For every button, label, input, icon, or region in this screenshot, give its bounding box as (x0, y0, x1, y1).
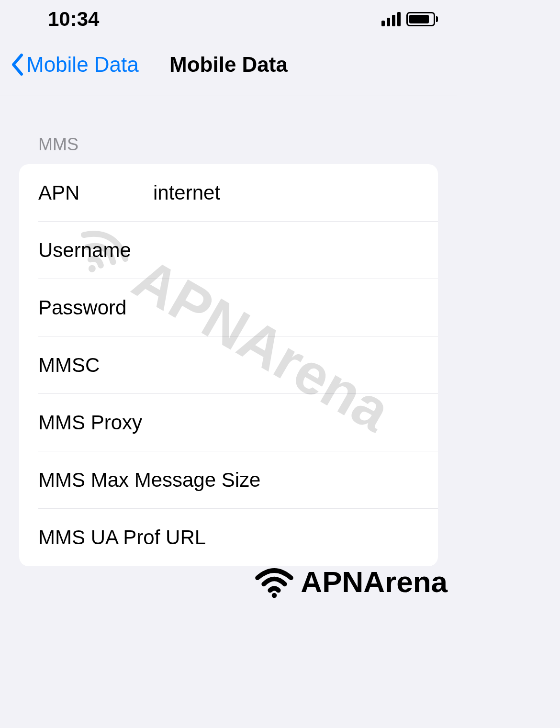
back-label: Mobile Data (26, 53, 139, 77)
input-password[interactable] (153, 296, 438, 319)
label-mms-proxy: MMS Proxy (38, 411, 142, 434)
input-mms-ua-prof[interactable] (206, 526, 438, 549)
input-mms-proxy[interactable] (142, 411, 438, 434)
row-mms-proxy[interactable]: MMS Proxy (38, 394, 438, 451)
label-password: Password (38, 296, 153, 319)
row-password[interactable]: Password (38, 279, 438, 336)
row-mms-ua-prof[interactable]: MMS UA Prof URL (19, 509, 438, 566)
input-mms-max-size[interactable] (260, 469, 438, 492)
wifi-icon (253, 565, 296, 599)
footer-text: APNArena (301, 565, 448, 599)
status-icons (381, 12, 438, 26)
label-mmsc: MMSC (38, 354, 153, 377)
cellular-signal-icon (381, 12, 401, 26)
label-apn: APN (38, 181, 153, 204)
row-mms-max-size[interactable]: MMS Max Message Size (38, 451, 438, 509)
row-apn[interactable]: APN (38, 164, 438, 222)
row-username[interactable]: Username (38, 222, 438, 279)
input-mmsc[interactable] (153, 354, 438, 377)
label-mms-max-size: MMS Max Message Size (38, 469, 260, 492)
row-mmsc[interactable]: MMSC (38, 336, 438, 394)
page-title: Mobile Data (169, 53, 288, 77)
status-bar: 10:34 (0, 0, 457, 38)
status-time: 10:34 (48, 8, 99, 31)
back-button[interactable]: Mobile Data (10, 53, 139, 77)
label-mms-ua-prof: MMS UA Prof URL (38, 526, 206, 549)
section-header-mms: MMS (0, 96, 457, 164)
input-apn[interactable] (153, 181, 438, 204)
chevron-left-icon (10, 53, 24, 77)
settings-group-mms: APN Username Password MMSC MMS Proxy MMS… (19, 164, 438, 566)
label-username: Username (38, 239, 153, 262)
battery-icon (406, 12, 438, 26)
input-username[interactable] (153, 239, 438, 262)
svg-point-1 (272, 593, 277, 598)
footer-watermark: APNArena (253, 565, 448, 599)
navigation-bar: Mobile Data Mobile Data (0, 38, 457, 96)
